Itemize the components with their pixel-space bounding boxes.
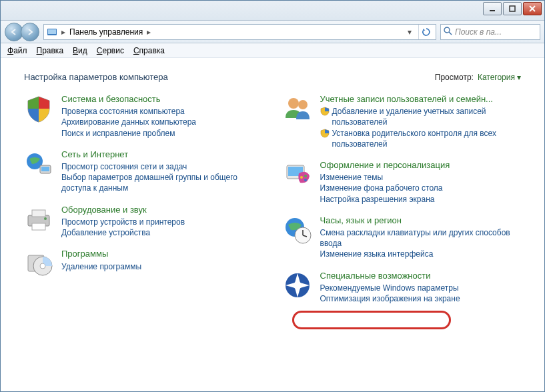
- category-title[interactable]: Оформление и персонализация: [320, 160, 522, 171]
- task-link[interactable]: Удаление программы: [61, 261, 263, 272]
- content-area: Настройка параметров компьютера Просмотр…: [1, 59, 544, 391]
- minimize-icon: [489, 5, 496, 12]
- task-link[interactable]: Просмотр состояния сети и задач: [61, 161, 263, 172]
- close-button[interactable]: [523, 2, 542, 15]
- category-ease-of-access: Специальные возможности Рекомендуемые Wi…: [283, 271, 522, 305]
- category-programs: Программы Удаление программы: [24, 249, 263, 278]
- svg-point-22: [304, 179, 307, 181]
- category-title[interactable]: Система и безопасность: [61, 94, 263, 105]
- breadcrumb-root[interactable]: Панель управления: [69, 27, 143, 37]
- svg-point-17: [298, 100, 308, 109]
- maximize-icon: [509, 5, 516, 12]
- category-title[interactable]: Часы, язык и регион: [320, 215, 522, 226]
- accessibility-icon: [283, 271, 312, 300]
- arrow-left-icon: [10, 28, 18, 36]
- menu-tools[interactable]: Сервис: [97, 46, 124, 55]
- task-link[interactable]: Настройка разрешения экрана: [320, 194, 522, 205]
- category-appearance: Оформление и персонализация Изменение те…: [283, 160, 522, 205]
- task-link[interactable]: Поиск и исправление проблем: [61, 128, 263, 139]
- refresh-icon: [422, 27, 431, 37]
- menubar: Файл Правка Вид Сервис Справка: [1, 43, 544, 58]
- refresh-button[interactable]: [418, 25, 433, 39]
- content-header: Настройка параметров компьютера Просмотр…: [24, 72, 521, 82]
- uac-shield-icon: [320, 129, 330, 138]
- navbar: ▸ Панель управления ▸ ▾ Поиск в па...: [1, 21, 544, 43]
- menu-edit[interactable]: Правка: [37, 46, 64, 55]
- forward-button[interactable]: [21, 23, 39, 41]
- category-title[interactable]: Сеть и Интернет: [61, 149, 263, 160]
- close-icon: [529, 5, 536, 12]
- svg-point-15: [40, 263, 45, 269]
- category-columns: Система и безопасность Проверка состояни…: [24, 94, 521, 315]
- svg-rect-8: [41, 167, 49, 171]
- breadcrumb-separator: ▸: [147, 27, 151, 37]
- left-column: Система и безопасность Проверка состояни…: [24, 94, 263, 315]
- maximize-button[interactable]: [503, 2, 522, 15]
- breadcrumb-separator: ▸: [61, 27, 65, 37]
- category-system-security: Система и безопасность Проверка состояни…: [24, 94, 263, 139]
- task-link[interactable]: Изменение темы: [320, 172, 522, 183]
- svg-rect-1: [510, 6, 515, 11]
- task-link[interactable]: Просмотр устройств и принтеров: [61, 217, 263, 227]
- category-title[interactable]: Программы: [61, 249, 263, 259]
- svg-point-20: [300, 176, 303, 179]
- category-user-accounts: Учетные записи пользователей и семейн...…: [283, 94, 522, 149]
- users-icon: [283, 94, 312, 123]
- search-box[interactable]: Поиск в па...: [440, 24, 540, 40]
- category-hardware-sound: Оборудование и звук Просмотр устройств и…: [24, 205, 263, 239]
- category-title[interactable]: Специальные возможности: [320, 271, 522, 281]
- category-title[interactable]: Учетные записи пользователей и семейн...: [320, 94, 522, 105]
- svg-rect-10: [32, 210, 45, 217]
- right-column: Учетные записи пользователей и семейн...…: [283, 94, 522, 315]
- menu-view[interactable]: Вид: [73, 46, 87, 55]
- nav-buttons: [5, 23, 39, 41]
- svg-point-16: [288, 98, 299, 109]
- category-title[interactable]: Оборудование и звук: [61, 205, 263, 215]
- task-link[interactable]: Рекомендуемые Windows параметры: [320, 283, 522, 293]
- category-network-internet: Сеть и Интернет Просмотр состояния сети …: [24, 149, 263, 194]
- task-link[interactable]: Изменение языка интерфейса: [320, 249, 522, 259]
- address-bar[interactable]: ▸ Панель управления ▸ ▾: [43, 24, 436, 40]
- view-label: Просмотр:: [435, 73, 474, 82]
- task-link[interactable]: Изменение фона рабочего стола: [320, 183, 522, 193]
- appearance-icon: [283, 160, 312, 189]
- task-link[interactable]: Выбор параметров домашней группы и общег…: [61, 172, 263, 193]
- page-title: Настройка параметров компьютера: [24, 72, 168, 82]
- search-icon: [444, 27, 452, 37]
- category-clock-language: Часы, язык и регион Смена раскладки клав…: [283, 215, 522, 260]
- titlebar: [1, 1, 544, 21]
- svg-rect-0: [490, 10, 495, 11]
- printer-icon: [24, 205, 53, 234]
- clock-globe-icon: [283, 215, 312, 245]
- uac-shield-icon: [320, 107, 330, 116]
- shield-icon: [24, 94, 53, 123]
- search-placeholder: Поиск в па...: [455, 27, 502, 37]
- task-link[interactable]: Проверка состояния компьютера: [61, 106, 263, 117]
- disc-icon: [24, 249, 53, 278]
- svg-rect-3: [48, 29, 56, 34]
- task-link[interactable]: Оптимизация изображения на экране: [320, 293, 522, 304]
- svg-point-4: [444, 27, 450, 33]
- menu-help[interactable]: Справка: [133, 46, 165, 55]
- task-link[interactable]: Добавление и удаление учетных записей по…: [332, 106, 522, 127]
- task-link[interactable]: Смена раскладки клавиатуры или других сп…: [320, 227, 522, 249]
- minimize-button[interactable]: [483, 2, 502, 15]
- globe-network-icon: [24, 149, 53, 179]
- svg-rect-11: [32, 223, 45, 230]
- menu-file[interactable]: Файл: [7, 46, 27, 55]
- task-link[interactable]: Установка родительского контроля для все…: [332, 128, 522, 149]
- view-dropdown-icon[interactable]: ▾: [517, 73, 521, 82]
- address-dropdown[interactable]: ▾: [405, 27, 414, 37]
- task-link[interactable]: Добавление устройства: [61, 227, 263, 238]
- arrow-right-icon: [26, 28, 34, 36]
- control-panel-icon: [47, 27, 57, 37]
- svg-point-12: [44, 217, 47, 220]
- svg-line-5: [449, 32, 452, 35]
- task-link[interactable]: Архивирование данных компьютера: [61, 117, 263, 127]
- svg-point-21: [304, 175, 307, 177]
- view-value[interactable]: Категория: [478, 73, 515, 82]
